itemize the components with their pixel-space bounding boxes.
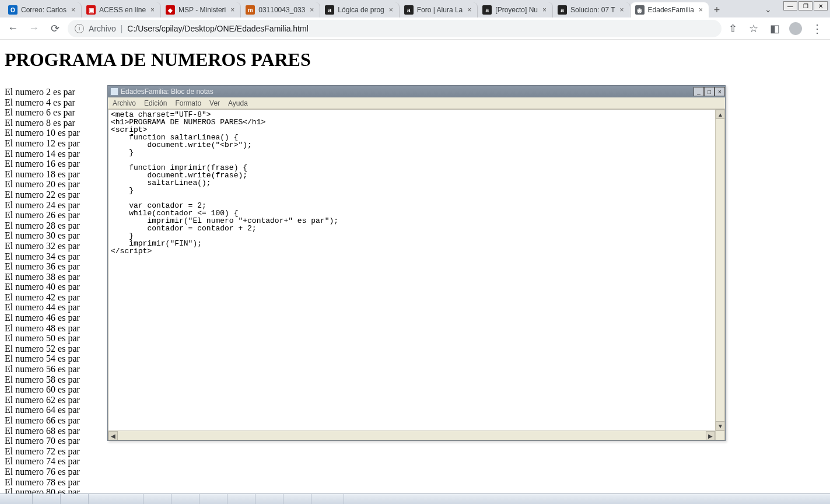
tab-title: EdadesFamilia bbox=[648, 6, 694, 14]
notepad-title-text: EdadesFamilia: Bloc de notas bbox=[121, 88, 691, 96]
tab-close-icon[interactable]: × bbox=[229, 6, 236, 14]
notepad-titlebar[interactable]: EdadesFamilia: Bloc de notas _ □ × bbox=[108, 86, 725, 97]
address-separator: | bbox=[121, 24, 123, 33]
taskbar-item-9[interactable] bbox=[283, 494, 311, 504]
taskbar-item-2[interactable] bbox=[61, 494, 89, 504]
taskbar-item-4[interactable] bbox=[143, 494, 171, 504]
taskbar-item-7[interactable] bbox=[227, 494, 255, 504]
notepad-text-area[interactable]: <meta charset="UTF-8"> <h1>PROGRAMA DE N… bbox=[108, 110, 715, 430]
taskbar-item-6[interactable] bbox=[199, 494, 227, 504]
scroll-up-icon[interactable]: ▲ bbox=[716, 110, 725, 119]
notepad-menu-item-edición[interactable]: Edición bbox=[144, 99, 167, 107]
os-minimize-button[interactable]: — bbox=[783, 1, 797, 10]
notepad-app-icon bbox=[110, 88, 118, 96]
notepad-menu-item-ayuda[interactable]: Ayuda bbox=[228, 99, 248, 107]
tab-title: Lógica de prog bbox=[338, 6, 384, 14]
notepad-vertical-scrollbar[interactable]: ▲ ▼ bbox=[715, 110, 724, 430]
notepad-maximize-button[interactable]: □ bbox=[704, 87, 715, 96]
notepad-body: <meta charset="UTF-8"> <h1>PROGRAMA DE N… bbox=[108, 109, 725, 440]
profile-avatar[interactable] bbox=[789, 22, 802, 35]
browser-tab-8[interactable]: ◉EdadesFamilia× bbox=[631, 2, 709, 18]
output-line: El numero 74 es par bbox=[5, 456, 825, 467]
output-line: El numero 72 es par bbox=[5, 446, 825, 457]
new-tab-button[interactable]: + bbox=[709, 2, 725, 18]
os-maximize-button[interactable]: ❐ bbox=[799, 1, 813, 10]
tab-close-icon[interactable]: × bbox=[466, 6, 472, 14]
tab-close-icon[interactable]: × bbox=[388, 6, 394, 14]
reload-button[interactable]: ⟳ bbox=[47, 20, 63, 37]
notepad-horizontal-scrollbar[interactable]: ◀ ▶ bbox=[108, 430, 715, 440]
scroll-down-icon[interactable]: ▼ bbox=[716, 421, 725, 430]
taskbar-item-1[interactable] bbox=[33, 494, 61, 504]
tab-favicon-icon: a bbox=[404, 5, 414, 15]
os-window-controls: — ❐ ✕ bbox=[783, 1, 828, 10]
tab-title: ACESS en líne bbox=[99, 6, 146, 14]
browser-tab-6[interactable]: a[Proyecto] Nu× bbox=[478, 2, 553, 18]
notepad-window[interactable]: EdadesFamilia: Bloc de notas _ □ × Archi… bbox=[107, 85, 726, 441]
tab-close-icon[interactable]: × bbox=[619, 6, 625, 14]
address-bar[interactable]: i Archivo | C:/Users/cpilay/Desktop/ONE/… bbox=[68, 20, 722, 37]
notepad-menu-item-ver[interactable]: Ver bbox=[209, 99, 220, 107]
back-button[interactable]: ← bbox=[5, 20, 21, 37]
side-panel-icon[interactable]: ◧ bbox=[768, 22, 781, 35]
tab-close-icon[interactable]: × bbox=[309, 6, 315, 14]
scroll-right-icon[interactable]: ▶ bbox=[706, 431, 715, 440]
tab-favicon-icon: ◉ bbox=[635, 5, 645, 15]
menu-icon[interactable]: ⋮ bbox=[810, 22, 823, 36]
browser-toolbar: ← → ⟳ i Archivo | C:/Users/cpilay/Deskto… bbox=[0, 18, 830, 40]
tab-title: Correo: Carlos bbox=[21, 6, 66, 14]
taskbar-item-8[interactable] bbox=[255, 494, 283, 504]
output-line: El numero 78 es par bbox=[5, 477, 825, 488]
forward-button[interactable]: → bbox=[26, 20, 42, 37]
tab-favicon-icon: ▣ bbox=[86, 5, 96, 15]
notepad-resize-grip[interactable] bbox=[715, 430, 724, 440]
scroll-left-icon[interactable]: ◀ bbox=[108, 431, 118, 440]
page-heading: PROGRAMA DE NUMEROS PARES bbox=[5, 49, 825, 71]
tab-favicon-icon: m bbox=[246, 5, 255, 15]
browser-tab-0[interactable]: OCorreo: Carlos× bbox=[3, 2, 82, 18]
tabs-dropdown-icon[interactable]: ⌄ bbox=[765, 5, 772, 14]
tab-title: MSP - Ministeri bbox=[178, 6, 226, 14]
address-origin: Archivo bbox=[89, 24, 116, 33]
taskbar-item-5[interactable] bbox=[171, 494, 199, 504]
notepad-minimize-button[interactable]: _ bbox=[694, 87, 704, 96]
bookmark-icon[interactable]: ☆ bbox=[747, 22, 760, 35]
tab-title: Solucion: 07 T bbox=[570, 6, 615, 14]
taskbar-item-10[interactable] bbox=[311, 494, 344, 504]
tab-title: Foro | Alura La bbox=[417, 6, 463, 14]
notepad-menu-bar: ArchivoEdiciónFormatoVerAyuda bbox=[108, 97, 725, 109]
share-icon[interactable]: ⇧ bbox=[726, 22, 739, 35]
tab-favicon-icon: a bbox=[325, 5, 334, 15]
browser-tab-4[interactable]: aLógica de prog× bbox=[320, 2, 399, 18]
os-close-button[interactable]: ✕ bbox=[814, 1, 828, 10]
address-path: C:/Users/cpilay/Desktop/ONE/EdadesFamili… bbox=[127, 24, 308, 33]
notepad-menu-item-archivo[interactable]: Archivo bbox=[113, 99, 136, 107]
tab-title: 03110043_033 bbox=[258, 6, 305, 14]
browser-tab-2[interactable]: ◆MSP - Ministeri× bbox=[161, 2, 241, 18]
browser-tab-5[interactable]: aForo | Alura La× bbox=[400, 2, 478, 18]
tab-close-icon[interactable]: × bbox=[149, 6, 156, 14]
browser-tab-3[interactable]: m03110043_033× bbox=[241, 2, 320, 18]
taskbar-item-0[interactable] bbox=[0, 494, 33, 504]
browser-tabs-row: OCorreo: Carlos×▣ACESS en líne×◆MSP - Mi… bbox=[0, 0, 830, 18]
tab-close-icon[interactable]: × bbox=[70, 6, 76, 14]
site-info-icon[interactable]: i bbox=[75, 24, 84, 33]
notepad-close-button[interactable]: × bbox=[715, 87, 725, 96]
browser-tab-1[interactable]: ▣ACESS en líne× bbox=[82, 2, 161, 18]
tab-favicon-icon: O bbox=[8, 5, 17, 15]
tab-favicon-icon: a bbox=[482, 5, 492, 15]
notepad-menu-item-formato[interactable]: Formato bbox=[175, 99, 201, 107]
output-line: El numero 76 es par bbox=[5, 467, 825, 477]
tab-close-icon[interactable]: × bbox=[698, 6, 704, 14]
browser-tab-7[interactable]: aSolucion: 07 T× bbox=[553, 2, 631, 18]
taskbar-item-3[interactable] bbox=[89, 494, 143, 504]
tab-favicon-icon: a bbox=[558, 5, 567, 15]
os-taskbar[interactable] bbox=[0, 494, 830, 504]
tab-close-icon[interactable]: × bbox=[541, 6, 548, 14]
browser-right-controls: ⇧ ☆ ◧ ⋮ bbox=[726, 22, 825, 36]
tab-title: [Proyecto] Nu bbox=[495, 6, 538, 14]
tab-favicon-icon: ◆ bbox=[166, 5, 175, 15]
